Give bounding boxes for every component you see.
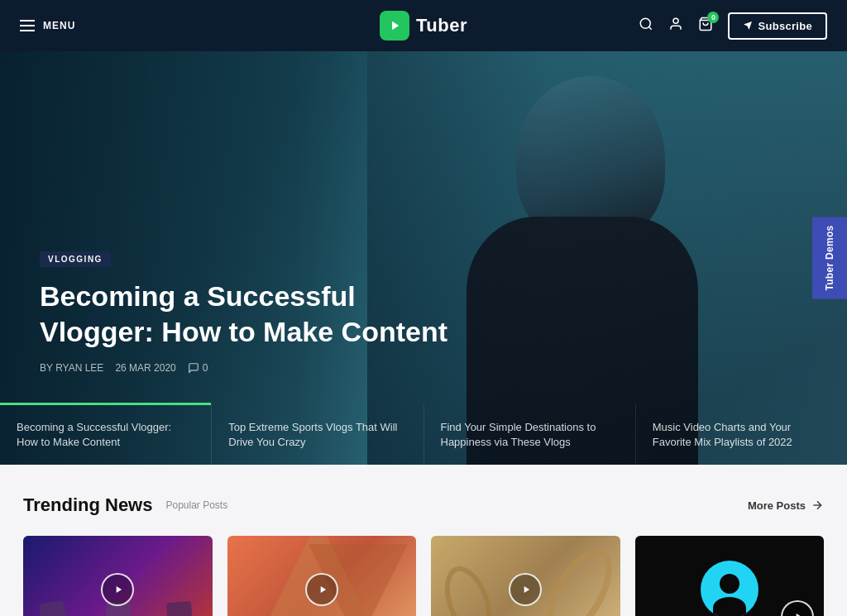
hero-wrapper: VLOGGING Becoming a Successful Vlogger: … [0, 51, 847, 465]
play-icon-3 [792, 611, 804, 616]
play-icon-1 [317, 584, 328, 595]
svg-point-0 [641, 18, 651, 28]
menu-label: MENU [43, 20, 75, 31]
tuber-demos-tab-wrapper: Tuber Demos [812, 217, 847, 298]
hero-nav-item-0[interactable]: Becoming a Successful Vlogger: How to Ma… [0, 403, 211, 465]
hero-content: VLOGGING Becoming a Successful Vlogger: … [40, 251, 453, 374]
site-header: MENU Tuber 0 [0, 0, 847, 51]
subscribe-button[interactable]: Subscribe [728, 12, 827, 40]
trending-section: Trending News Popular Posts More Posts [0, 465, 847, 616]
thumbnail-item-1[interactable] [227, 536, 417, 616]
logo[interactable]: Tuber [380, 11, 467, 41]
svg-line-1 [649, 26, 652, 29]
svg-point-2 [673, 18, 678, 23]
menu-button[interactable]: MENU [20, 20, 75, 31]
play-button-1[interactable] [305, 573, 338, 606]
person-body [713, 597, 746, 616]
cart-badge: 0 [707, 12, 719, 23]
play-icon-2 [520, 584, 532, 595]
cart-icon[interactable]: 0 [698, 17, 713, 36]
hero-category-tag: VLOGGING [40, 251, 111, 267]
thumbnail-item-2[interactable] [431, 536, 620, 616]
play-button-2[interactable] [509, 573, 542, 606]
thumbnail-grid [23, 536, 824, 616]
arrow-right-icon [811, 499, 824, 512]
header-actions: 0 Subscribe [639, 12, 827, 40]
hero-nav-label-3: Music Video Charts and Your Favorite Mix… [653, 420, 830, 450]
hamburger-icon [20, 20, 35, 31]
hero-nav-item-1[interactable]: Top Extreme Sports Vlogs That Will Drive… [211, 403, 423, 465]
trending-title: Trending News [23, 494, 152, 516]
hero-author: BY RYAN LEE [40, 362, 103, 374]
thumbnail-image-0 [23, 536, 213, 616]
hero-navigation: Becoming a Successful Vlogger: How to Ma… [0, 403, 847, 465]
user-icon[interactable] [668, 17, 683, 36]
person-head [720, 574, 739, 594]
person-silhouette [701, 561, 758, 616]
logo-icon [380, 11, 409, 41]
hero-section: VLOGGING Becoming a Successful Vlogger: … [0, 51, 847, 465]
hero-nav-label-0: Becoming a Successful Vlogger: How to Ma… [17, 420, 194, 450]
play-button-3[interactable] [781, 600, 814, 616]
hero-title[interactable]: Becoming a Successful Vlogger: How to Ma… [40, 279, 453, 349]
popular-posts-tag: Popular Posts [165, 499, 227, 511]
play-logo-icon [387, 18, 402, 33]
send-icon [743, 21, 753, 31]
play-icon-0 [112, 584, 124, 595]
thumbnail-image-3 [635, 536, 825, 616]
hero-nav-label-1: Top Extreme Sports Vlogs That Will Drive… [228, 420, 406, 450]
thumbnail-item-3[interactable] [635, 536, 825, 616]
thumbnail-image-1 [227, 536, 417, 616]
thumbnail-image-2 [431, 536, 620, 616]
play-button-0[interactable] [101, 573, 134, 606]
hero-nav-label-2: Find Your Simple Destinations to Happine… [441, 420, 619, 450]
hero-nav-item-3[interactable]: Music Video Charts and Your Favorite Mix… [635, 403, 847, 465]
more-posts-link[interactable]: More Posts [748, 499, 824, 512]
tuber-demos-tab[interactable]: Tuber Demos [812, 217, 847, 298]
hero-nav-item-2[interactable]: Find Your Simple Destinations to Happine… [424, 403, 635, 465]
trending-header-left: Trending News Popular Posts [23, 494, 227, 516]
thumbnail-item-0[interactable] [23, 536, 213, 616]
trending-header: Trending News Popular Posts More Posts [23, 494, 824, 516]
play-circle-3[interactable] [781, 600, 814, 616]
hero-meta: BY RYAN LEE 26 MAR 2020 0 [40, 362, 453, 374]
comment-icon [188, 362, 199, 374]
hero-date: 26 MAR 2020 [115, 362, 175, 374]
logo-text: Tuber [416, 15, 467, 36]
hero-comments: 0 [188, 362, 208, 374]
search-icon[interactable] [639, 17, 653, 36]
